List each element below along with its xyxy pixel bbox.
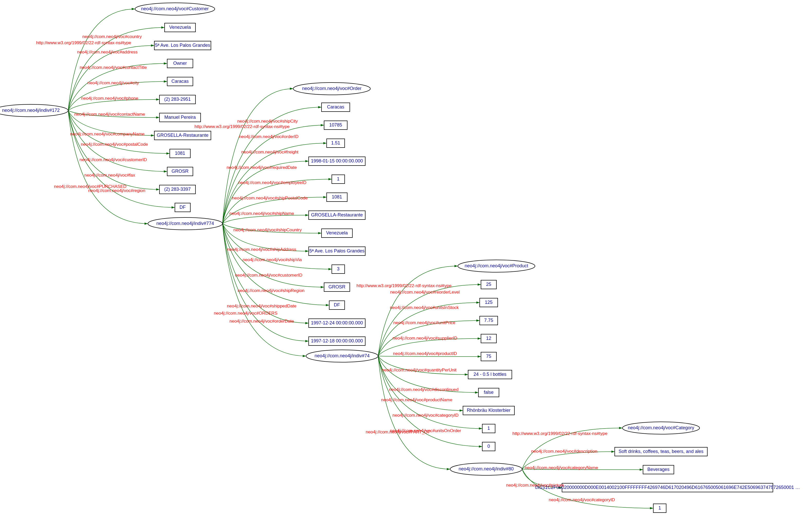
edge-label-customer-c_postal: neo4j://com.neo4j/voc#postalCode <box>81 142 148 147</box>
node-p_suppID[interactable]: 12 <box>481 334 496 343</box>
edge-product-p_stock[interactable] <box>378 303 480 356</box>
edge-label-order-o_reqDate: neo4j://com.neo4j/voc#requiredDate <box>227 165 297 170</box>
node-c_country[interactable]: Venezuela <box>165 23 196 32</box>
node-order[interactable]: neo4j://com.neo4j/indiv#774 <box>148 217 223 230</box>
node-c_postal[interactable]: 1081 <box>170 149 190 158</box>
node-c_address[interactable]: 5ª Ave. Los Palos Grandes <box>154 41 211 50</box>
node-p_name[interactable]: Rhönbräu Klosterbier <box>463 406 514 415</box>
edge-label-product-p_qpu: neo4j://com.neo4j/voc#quantityPerUnit <box>382 368 457 372</box>
node-p_prodID[interactable]: 75 <box>481 352 496 361</box>
node-c_city[interactable]: Caracas <box>167 77 193 86</box>
node-label-p_price: 7.75 <box>484 318 493 323</box>
node-label-c_title: Owner <box>173 61 187 66</box>
node-o_reqDate[interactable]: 1998-01-15 00:00:00.000 <box>309 157 365 165</box>
node-label-c_region: DF <box>179 205 186 210</box>
node-p_catID_1[interactable]: 1 <box>482 424 495 433</box>
node-label-c_postal: 1081 <box>175 151 185 156</box>
node-label-o_empID: 1 <box>337 176 340 182</box>
edge-product-p_name[interactable] <box>378 356 463 410</box>
node-cat_name[interactable]: Beverages <box>643 465 674 474</box>
node-label-customer: neo4j://com.neo4j/indiv#172 <box>2 108 60 113</box>
edge-label-order-o_custID: neo4j://com.neo4j/voc#customerID <box>235 273 302 278</box>
edge-label-product-category: neo4j://com.neo4j/voc#PART_OF <box>366 430 431 434</box>
node-label-c_custid: GROSR <box>172 169 188 174</box>
edge-product-vocProduct[interactable] <box>378 266 458 356</box>
node-label-o_shipCity: Caracas <box>327 104 344 110</box>
node-label-p_catID_1: 1 <box>487 426 490 431</box>
edge-label-customer-order: neo4j://com.neo4j/voc#PURCHASED <box>54 184 126 189</box>
node-p_qpu[interactable]: 24 - 0.5 l bottles <box>468 370 512 379</box>
node-o_shipCtry[interactable]: Venezuela <box>321 229 352 238</box>
node-p_uoo[interactable]: 0 <box>482 442 495 451</box>
edge-label-order-o_shipped: neo4j://com.neo4j/voc#shippedDate <box>227 304 296 308</box>
node-p_price[interactable]: 7.75 <box>480 316 498 325</box>
node-vocCategory[interactable]: neo4j://com.neo4j/voc#Category <box>622 422 700 434</box>
node-product[interactable]: neo4j://com.neo4j/indiv#74 <box>306 350 378 362</box>
node-p_reorder[interactable]: 25 <box>481 280 496 289</box>
node-label-o_shipReg: DF <box>334 302 340 307</box>
edge-product-p_prodID[interactable] <box>378 356 481 357</box>
node-o_shipName[interactable]: GROSELLA-Restaurante <box>309 211 365 219</box>
node-o_shipVia[interactable]: 3 <box>332 265 345 274</box>
node-category[interactable]: neo4j://com.neo4j/indiv#80 <box>450 463 522 475</box>
edge-label-order-o_ordDate: neo4j://com.neo4j/voc#orderDate <box>229 319 294 324</box>
edge-label-product-p_disc: neo4j://com.neo4j/voc#discontinued <box>389 387 458 392</box>
node-label-o_shipVia: 3 <box>337 266 340 271</box>
edge-customer-order[interactable] <box>68 111 148 224</box>
edge-label-order-o_shipName: neo4j://com.neo4j/voc#shipName <box>229 211 294 216</box>
node-cat_pic[interactable]: 0x151C2F00020000000D000E0014002100FFFFFF… <box>535 483 800 492</box>
node-cat_id[interactable]: 1 <box>653 504 666 513</box>
node-o_orderID[interactable]: 10785 <box>324 121 347 129</box>
node-vocProduct[interactable]: neo4j://com.neo4j/voc#Product <box>458 260 535 272</box>
edge-customer-c_phone[interactable] <box>68 99 160 111</box>
node-customer[interactable]: neo4j://com.neo4j/indiv#172 <box>0 104 68 117</box>
node-o_custID[interactable]: GROSR <box>324 283 350 292</box>
node-o_ordDate[interactable]: 1997-12-18 00:00:00.000 <box>309 337 365 345</box>
edge-label-customer-c_country: neo4j://com.neo4j/voc#country <box>82 34 142 39</box>
edge-order-o_shipName[interactable] <box>223 215 309 224</box>
node-p_stock[interactable]: 125 <box>480 298 498 307</box>
node-label-p_reorder: 25 <box>486 282 491 287</box>
node-c_region[interactable]: DF <box>175 203 190 212</box>
node-o_shipReg[interactable]: DF <box>329 301 345 309</box>
edge-label-customer-vocCustomer: http://www.w3.org/1999/02/22-rdf-syntax-… <box>36 40 131 45</box>
edge-label-customer-c_custid: neo4j://com.neo4j/voc#customerID <box>80 157 147 162</box>
edge-customer-c_custid[interactable] <box>68 111 167 172</box>
node-label-c_fax: (2) 283-3397 <box>164 187 191 192</box>
edge-label-product-p_name: neo4j://com.neo4j/voc#productName <box>381 397 453 402</box>
node-c_phone[interactable]: (2) 283-2951 <box>160 95 196 104</box>
edge-label-product-p_reorder: neo4j://com.neo4j/voc#reorderLevel <box>390 290 460 295</box>
node-vocOrder[interactable]: neo4j://com.neo4j/voc#Order <box>293 83 370 95</box>
node-cat_desc[interactable]: Soft drinks, coffees, teas, beers, and a… <box>615 447 707 456</box>
node-c_company[interactable]: GROSELLA-Restaurante <box>154 131 211 140</box>
node-label-o_freight: 1.51 <box>331 140 340 146</box>
node-o_shipPC[interactable]: 1081 <box>327 193 347 202</box>
node-vocCustomer[interactable]: neo4j://com.neo4j/voc#Customer <box>135 3 215 15</box>
node-o_shipCity[interactable]: Caracas <box>321 103 350 112</box>
node-label-p_prodID: 75 <box>486 354 491 359</box>
node-label-o_shipAddr: 5ª Ave. Los Palos Grandes <box>310 248 365 253</box>
node-c_title[interactable]: Owner <box>167 59 193 68</box>
node-label-c_address: 5ª Ave. Los Palos Grandes <box>155 43 210 48</box>
node-c_fax[interactable]: (2) 283-3397 <box>160 185 196 194</box>
edge-label-order-o_shipReg: neo4j://com.neo4j/voc#shipRegion <box>238 288 304 293</box>
node-label-p_uoo: 0 <box>487 444 490 449</box>
node-o_shipAddr[interactable]: 5ª Ave. Los Palos Grandes <box>309 247 365 255</box>
edge-label-product-p_suppID: neo4j://com.neo4j/voc#supplierID <box>393 336 457 341</box>
edge-label-product-p_price: neo4j://com.neo4j/voc#unitPrice <box>393 320 455 325</box>
edge-label-customer-c_phone: neo4j://com.neo4j/voc#phone <box>81 96 138 101</box>
node-o_shipped[interactable]: 1997-12-24 00:00:00.000 <box>309 319 365 328</box>
node-p_disc[interactable]: false <box>478 388 499 397</box>
node-o_empID[interactable]: 1 <box>332 175 345 184</box>
node-label-o_orderID: 10785 <box>329 122 342 127</box>
node-label-vocCategory: neo4j://com.neo4j/voc#Category <box>628 425 694 430</box>
node-c_custid[interactable]: GROSR <box>167 167 193 176</box>
node-label-p_qpu: 24 - 0.5 l bottles <box>473 372 506 377</box>
edge-customer-vocCustomer[interactable] <box>68 9 135 111</box>
edge-customer-c_title[interactable] <box>68 63 167 111</box>
edge-label-customer-c_title: neo4j://com.neo4j/voc#contactTitle <box>80 65 147 70</box>
node-label-cat_name: Beverages <box>647 467 669 472</box>
node-c_cname[interactable]: Manuel Pereira <box>160 113 201 122</box>
node-label-c_phone: (2) 283-2951 <box>164 97 191 102</box>
node-o_freight[interactable]: 1.51 <box>327 139 345 148</box>
